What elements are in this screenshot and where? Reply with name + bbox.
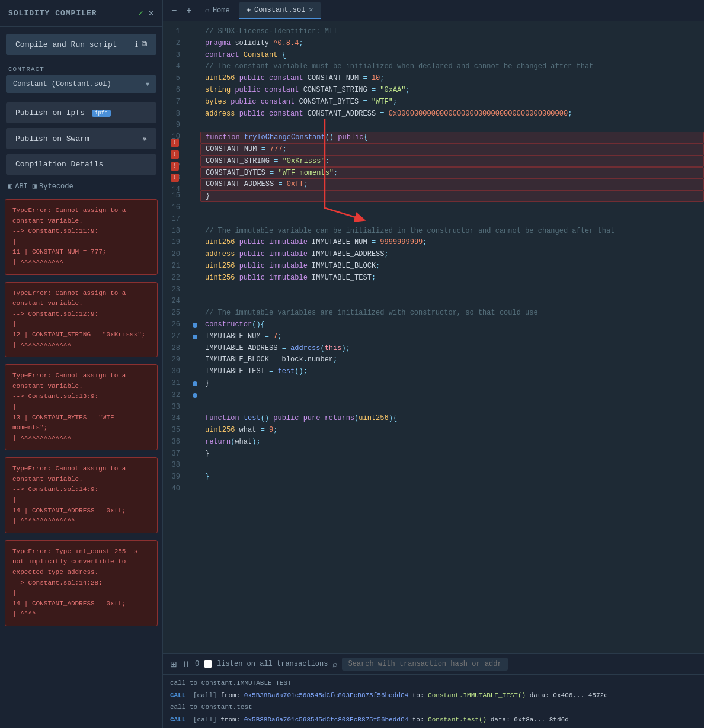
- tx-to-4: to:: [412, 716, 428, 723]
- zoom-in-button[interactable]: +: [183, 3, 195, 18]
- call-label-1: call to Constant.IMMUTABLE_TEST: [170, 679, 292, 687]
- zoom-out-button[interactable]: −: [168, 3, 180, 18]
- line-num-21: 21: [163, 261, 183, 272]
- code-line-20: address public immutable IMMUTABLE_ADDRE…: [200, 249, 704, 261]
- tx-from-addr-2: 0x5B38Da6a701c568545dCfc803FcB875f56bedd…: [244, 692, 408, 699]
- breakpoint-31[interactable]: [193, 381, 197, 386]
- code-line-12: CONSTANT_STRING = "0xKrisss";: [200, 155, 704, 167]
- line-num-40: 40: [163, 483, 183, 495]
- contract-select-wrapper: Constant (Constant.sol) ▾: [6, 75, 156, 93]
- line-numbers: 1 2 3 4 5 6 7 8 9 10 !11 !12 !13 !14 15 …: [163, 21, 190, 653]
- breakpoint-26[interactable]: [193, 323, 197, 328]
- line-num-9: 9: [163, 120, 183, 132]
- tx-from-2: from:: [220, 692, 244, 699]
- code-line-25: // The immutable variables are initializ…: [200, 307, 704, 319]
- code-line-18: // The immutable variable can be initial…: [200, 226, 704, 238]
- line-num-3: 3: [163, 50, 183, 62]
- code-line-37: }: [200, 448, 704, 460]
- transaction-area: call to Constant.IMMUTABLE_TEST CALL [ca…: [163, 675, 704, 728]
- check-icon: ✓: [138, 7, 144, 19]
- code-line-40: [200, 483, 704, 495]
- tab-bar: − + ⌂ Home ◈ Constant.sol ✕: [163, 0, 704, 21]
- code-line-34: function test() public pure returns(uint…: [200, 413, 704, 425]
- tx-row-2: CALL [call] from: 0x5B38Da6a701c568545dC…: [170, 691, 697, 701]
- code-line-9: [200, 120, 704, 132]
- compile-run-button[interactable]: Compile and Run script ℹ ⧉: [6, 34, 156, 55]
- tx-row-3: call to Constant.test: [170, 703, 697, 713]
- line-num-27: 27: [163, 331, 183, 343]
- code-line-32: [200, 390, 704, 402]
- tx-row-4: CALL [call] from: 0x5B38Da6a701c568545dC…: [170, 715, 697, 725]
- close-icon[interactable]: ✕: [148, 7, 154, 19]
- line-num-35: 35: [163, 425, 183, 437]
- code-line-30: IMMUTABLE_TEST = test();: [200, 366, 704, 378]
- contract-select[interactable]: Constant (Constant.sol): [6, 75, 156, 93]
- line-num-39: 39: [163, 472, 183, 483]
- pause-button[interactable]: ⏸: [182, 659, 190, 669]
- tx-fn-2: Constant.IMMUTABLE_TEST(): [428, 692, 526, 699]
- tab-close-icon[interactable]: ✕: [309, 5, 313, 14]
- code-line-29: IMMUTABLE_BLOCK = block.number;: [200, 354, 704, 366]
- line-num-19: 19: [163, 237, 183, 249]
- bytecode-button[interactable]: ◨ Bytecode: [33, 182, 73, 191]
- bottom-controls: ⊞ ⏸ 0 listen on all transactions ⌕: [163, 654, 704, 675]
- code-line-17: [200, 214, 704, 226]
- publish-swarm-label: Publish on Swarm: [15, 134, 89, 143]
- search-button[interactable]: ⌕: [332, 659, 337, 669]
- swarm-icon: ❋: [142, 134, 147, 143]
- abi-button[interactable]: ◧ ABI: [8, 182, 28, 191]
- contract-label: CONTRACT: [0, 62, 162, 75]
- code-line-6: string public constant CONSTANT_STRING =…: [200, 85, 704, 97]
- error-text-4: TypeError: Cannot assign to a constant v…: [12, 464, 150, 527]
- code-line-39: }: [200, 472, 704, 483]
- line-num-29: 29: [163, 354, 183, 366]
- code-line-8: address public constant CONSTANT_ADDRESS…: [200, 108, 704, 120]
- code-line-26: constructor(){: [200, 319, 704, 331]
- sidebar-header-icons: ✓ ✕: [138, 7, 154, 19]
- bottom-bar: ⊞ ⏸ 0 listen on all transactions ⌕ call …: [163, 653, 704, 728]
- line-num-31: 31: [163, 378, 183, 390]
- code-editor: 1 2 3 4 5 6 7 8 9 10 !11 !12 !13 !14 15 …: [163, 21, 704, 653]
- code-line-11: CONSTANT_NUM = 777;: [200, 143, 704, 155]
- code-content[interactable]: // SPDX-License-Identifier: MIT pragma s…: [200, 21, 704, 653]
- code-line-19: uint256 public immutable IMMUTABLE_NUM =…: [200, 237, 704, 249]
- line-num-7: 7: [163, 97, 183, 108]
- error-text-2: TypeError: Cannot assign to a constant v…: [12, 288, 150, 351]
- line-num-36: 36: [163, 437, 183, 448]
- error-text-1: TypeError: Cannot assign to a constant v…: [12, 206, 150, 268]
- info-icon: ℹ: [135, 40, 138, 49]
- line-num-2: 2: [163, 38, 183, 50]
- error-panel-1: TypeError: Cannot assign to a constant v…: [5, 199, 158, 275]
- compilation-details-button[interactable]: Compilation Details: [6, 154, 156, 175]
- publish-ipfs-label: Publish on Ipfs: [15, 108, 85, 117]
- listen-checkbox[interactable]: [204, 660, 212, 668]
- home-icon: ⌂: [205, 7, 209, 15]
- code-line-1: // SPDX-License-Identifier: MIT: [200, 26, 704, 38]
- call-label-3: call to Constant.test: [170, 704, 252, 711]
- line-num-33: 33: [163, 402, 183, 413]
- line-num-28: 28: [163, 343, 183, 355]
- expand-button[interactable]: ⊞: [170, 659, 177, 669]
- line-num-6: 6: [163, 85, 183, 97]
- tx-from-4: from:: [220, 716, 244, 723]
- code-line-24: [200, 296, 704, 307]
- publish-ipfs-button[interactable]: Publish on Ipfs ipfs: [6, 102, 156, 123]
- line-num-17: 17: [163, 214, 183, 226]
- main-area: − + ⌂ Home ◈ Constant.sol ✕ 1 2 3 4: [163, 0, 704, 728]
- line-num-22: 22: [163, 272, 183, 284]
- compile-btn-icons: ℹ ⧉: [135, 40, 147, 49]
- breakpoint-27[interactable]: [193, 335, 197, 339]
- tab-file[interactable]: ◈ Constant.sol ✕: [239, 2, 321, 19]
- line-num-24: 24: [163, 296, 183, 307]
- search-input[interactable]: [342, 658, 508, 671]
- tab-home[interactable]: ⌂ Home: [198, 3, 237, 18]
- tx-bracket-2: [call]: [193, 692, 217, 699]
- breakpoint-32[interactable]: [193, 393, 197, 398]
- line-num-38: 38: [163, 460, 183, 472]
- code-line-16: [200, 202, 704, 214]
- code-line-13: CONSTANT_BYTES = "WTF moments";: [200, 167, 704, 179]
- tab-file-label: Constant.sol: [254, 6, 305, 14]
- code-line-2: pragma solidity ^0.8.4;: [200, 38, 704, 50]
- tx-fn-4: Constant.test(): [428, 716, 487, 723]
- publish-swarm-button[interactable]: Publish on Swarm ❋: [6, 128, 156, 149]
